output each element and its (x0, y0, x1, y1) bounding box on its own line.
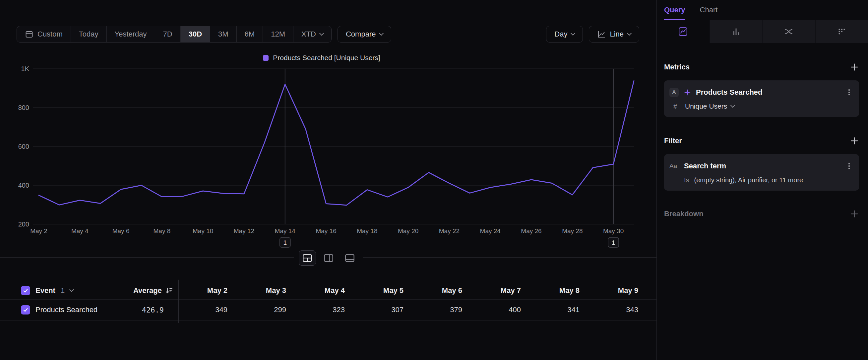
tab-query[interactable]: Query (664, 0, 685, 20)
table-column-separator (178, 280, 179, 323)
chart-toolbar: Custom Today Yesterday 7D 30D 3M 6M 12M … (17, 26, 639, 43)
date-range-control: Custom Today Yesterday 7D 30D 3M 6M 12M … (17, 26, 332, 43)
filter-property-name: Search term (684, 162, 840, 170)
sort-icon[interactable] (165, 286, 173, 295)
chevron-down-icon (627, 31, 631, 35)
add-breakdown-button[interactable] (850, 209, 859, 219)
granularity-button[interactable]: Day (546, 26, 583, 43)
average-value: 426.9 (99, 306, 178, 314)
add-filter-button[interactable] (850, 136, 859, 145)
chevron-down-icon (379, 31, 383, 35)
table-row[interactable]: Products Searched [Un... 426.9 349 299 3… (0, 300, 657, 321)
svg-text:May 28: May 28 (562, 227, 583, 234)
kebab-icon (845, 88, 853, 96)
svg-text:May 8: May 8 (154, 227, 171, 234)
date-range-12m[interactable]: 12M (263, 26, 293, 42)
check-icon (23, 287, 29, 294)
svg-text:May 26: May 26 (521, 227, 541, 234)
chevron-down-icon (570, 31, 575, 35)
metric-card[interactable]: A Products Searched # Unique Users (664, 80, 859, 117)
svg-text:400: 400 (18, 182, 29, 189)
view-tab-retention[interactable] (815, 20, 868, 43)
filter-value[interactable]: (empty string), Air purifier, or 11 more (694, 176, 803, 184)
measurement-select[interactable]: Unique Users (685, 102, 734, 110)
filter-menu-button[interactable] (845, 162, 853, 170)
text-type-icon: Aa (670, 162, 679, 170)
svg-text:800: 800 (18, 104, 29, 111)
date-range-7d[interactable]: 7D (155, 26, 181, 42)
select-all-checkbox[interactable] (21, 286, 30, 295)
date-range-custom[interactable]: Custom (17, 26, 71, 42)
series-name: Products Searched [Un... (35, 306, 99, 314)
view-tab-funnels[interactable] (710, 20, 763, 43)
layout-toggle-group (294, 248, 363, 268)
layout-chart-only-button[interactable] (341, 250, 359, 266)
filter-card[interactable]: Aa Search term Is (empty string), Air pu… (664, 154, 859, 191)
chevron-down-icon (319, 31, 324, 35)
sidebar-tabs: Query Chart (657, 0, 868, 20)
main-panel: Custom Today Yesterday 7D 30D 3M 6M 12M … (0, 0, 657, 360)
hash-icon: # (673, 103, 680, 110)
cell-value: 323 (286, 306, 345, 314)
metrics-heading: Metrics (664, 63, 690, 72)
column-header: May 8 (521, 286, 580, 295)
view-tab-insights[interactable] (657, 20, 710, 43)
app-root: Custom Today Yesterday 7D 30D 3M 6M 12M … (0, 0, 868, 360)
layout-table-below-button[interactable] (299, 250, 316, 266)
legend-swatch (263, 55, 269, 61)
svg-text:May 22: May 22 (439, 227, 460, 234)
sparkle-icon (683, 88, 691, 96)
svg-text:May 24: May 24 (480, 227, 501, 234)
svg-text:200: 200 (18, 221, 29, 228)
chevron-down-icon[interactable] (69, 287, 74, 292)
column-header: May 4 (286, 286, 345, 295)
svg-text:May 2: May 2 (30, 227, 48, 234)
view-tab-flows[interactable] (762, 20, 815, 43)
line-chart-canvas[interactable]: 2004006008001K11May 2May 4May 6May 8May … (0, 63, 643, 249)
date-range-today[interactable]: Today (71, 26, 107, 42)
sidebar-body: Metrics A Products Searched (657, 62, 868, 219)
calendar-icon (25, 30, 33, 38)
svg-text:May 16: May 16 (316, 227, 336, 234)
svg-text:May 12: May 12 (234, 227, 254, 234)
column-header: May 5 (345, 286, 403, 295)
date-range-3m[interactable]: 3M (210, 26, 237, 42)
filter-operator[interactable]: Is (684, 176, 689, 184)
report-type-tabs (657, 20, 868, 43)
cell-value: 299 (227, 306, 286, 314)
chart-legend[interactable]: Products Searched [Unique Users] (0, 54, 643, 62)
add-metric-button[interactable] (850, 62, 859, 72)
column-header: May 6 (403, 286, 462, 295)
column-header: May 7 (462, 286, 521, 295)
svg-text:May 30: May 30 (603, 227, 624, 234)
average-column-label: Average (133, 286, 162, 295)
cell-value: 400 (462, 306, 521, 314)
kebab-icon (845, 162, 853, 170)
table-header-row: Event 1 Average May 2 May 3 May 4 (0, 282, 657, 300)
layout-table-right-button[interactable] (320, 250, 337, 266)
measurement-label: Unique Users (685, 102, 727, 110)
compare-button[interactable]: Compare (338, 26, 391, 43)
event-column-label[interactable]: Event (35, 286, 55, 295)
cell-value: 379 (403, 306, 462, 314)
tab-chart[interactable]: Chart (700, 0, 718, 20)
cell-value: 341 (521, 306, 580, 314)
chart-type-button[interactable]: Line (589, 26, 639, 43)
date-range-6m[interactable]: 6M (237, 26, 263, 42)
date-range-xtd[interactable]: XTD (293, 26, 331, 42)
date-range-30d[interactable]: 30D (181, 26, 210, 42)
svg-text:May 14: May 14 (275, 227, 296, 234)
table-right-icon (323, 254, 334, 262)
svg-text:May 18: May 18 (357, 227, 377, 234)
svg-text:1: 1 (612, 239, 615, 246)
legend-label: Products Searched [Unique Users] (273, 54, 380, 62)
breakdown-section-header: Breakdown (664, 209, 859, 219)
row-checkbox[interactable] (21, 305, 30, 314)
svg-text:May 20: May 20 (398, 227, 418, 234)
svg-text:May 4: May 4 (71, 227, 89, 234)
date-range-yesterday[interactable]: Yesterday (107, 26, 155, 42)
plus-icon (850, 62, 859, 72)
table-below-icon (302, 254, 312, 262)
metric-menu-button[interactable] (845, 88, 853, 96)
date-range-label: Custom (37, 30, 63, 38)
